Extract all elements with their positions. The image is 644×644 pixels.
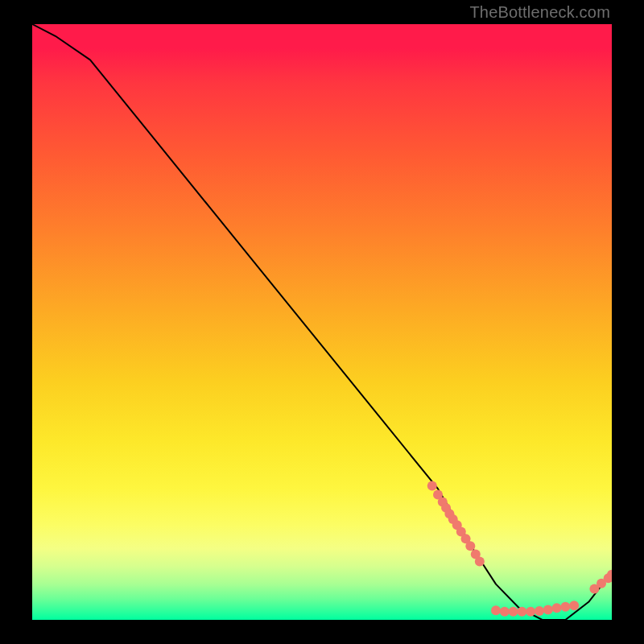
chart-point: [491, 605, 501, 615]
chart-point: [560, 602, 570, 612]
chart-line-curve: [32, 24, 612, 620]
chart-point: [500, 607, 510, 617]
attribution-text: TheBottleneck.com: [469, 3, 610, 22]
chart-svg-layer: [32, 24, 612, 620]
chart-point: [509, 607, 518, 617]
chart-stage: TheBottleneck.com: [0, 0, 644, 644]
chart-point: [475, 556, 485, 566]
chart-point: [543, 605, 553, 614]
chart-point: [526, 607, 535, 617]
chart-point: [552, 603, 562, 613]
chart-point: [427, 481, 437, 491]
chart-point: [517, 607, 526, 617]
chart-plot-area: [32, 24, 612, 620]
chart-point: [465, 541, 475, 551]
chart-point: [569, 601, 579, 610]
chart-point: [535, 606, 544, 616]
